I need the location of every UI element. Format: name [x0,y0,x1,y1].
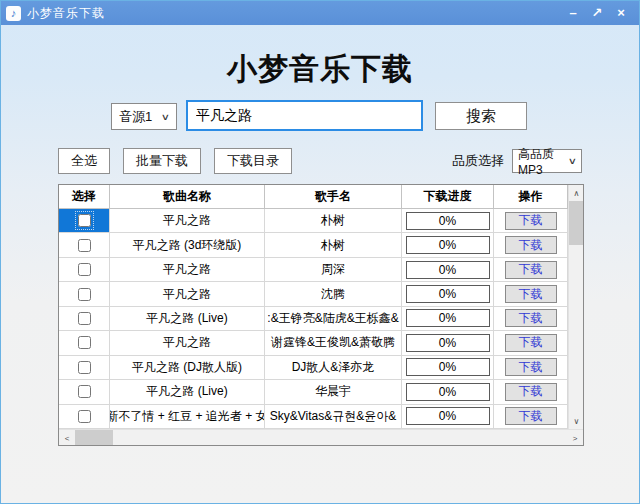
scroll-right-icon[interactable]: > [567,430,583,446]
artist-name-cell: DJ散人&泽亦龙 [265,356,402,380]
table-header: 选择 歌曲名称 歌手名 下载进度 操作 [59,185,568,209]
download-button[interactable]: 下载 [505,383,557,401]
song-name-cell: 平凡之路 (DJ散人版) [110,356,265,380]
app-window: ♪ 小梦音乐下载 – ↗ × 小梦音乐下载 音源1 ∨ 搜索 全选 批量下载 下… [0,0,640,504]
table-body: 平凡之路 朴树 0% 下载 平凡之路 (3d环绕版) 朴树 0% 下载 平凡之路… [59,209,568,429]
song-name-cell: 平凡之路 [110,282,265,306]
music-note-icon: ♪ [6,6,21,21]
download-button[interactable]: 下载 [505,212,557,230]
progress-cell: 0% [402,209,494,233]
artist-name-cell: 华晨宇 [265,380,402,404]
close-button[interactable]: × [611,3,631,23]
progress-value: 0% [406,212,490,230]
progress-cell: 0% [402,307,494,331]
table-row: 平凡之路 谢霆锋&王俊凯&萧敬腾 0% 下载 [59,331,568,355]
download-button[interactable]: 下载 [505,358,557,376]
row-checkbox[interactable] [78,288,91,301]
row-checkbox[interactable] [78,263,91,276]
progress-value: 0% [406,261,490,279]
download-button[interactable]: 下载 [505,236,557,254]
minimize-button[interactable]: – [563,3,583,23]
row-checkbox[interactable] [78,239,91,252]
progress-cell: 0% [402,282,494,306]
select-all-button[interactable]: 全选 [58,148,110,174]
search-row: 音源1 ∨ 搜索 [111,100,527,131]
select-cell[interactable] [59,356,110,380]
download-button[interactable]: 下载 [505,285,557,303]
chevron-down-icon: ∨ [161,112,170,122]
action-cell: 下载 [494,209,568,233]
search-input[interactable] [186,100,423,131]
select-cell[interactable] [59,380,110,404]
artist-name-cell: 谢霆锋&王俊凯&萧敬腾 [265,331,402,355]
scroll-left-icon[interactable]: < [59,430,75,446]
col-action: 操作 [494,185,568,209]
batch-download-button[interactable]: 批量下载 [123,148,201,174]
song-name-cell: 平凡之路 [110,209,265,233]
titlebar: ♪ 小梦音乐下载 – ↗ × [1,1,639,25]
window-controls: – ↗ × [563,3,639,23]
download-button[interactable]: 下载 [505,309,557,327]
vertical-scroll-thumb[interactable] [569,201,583,245]
quality-label: 品质选择 [452,152,504,170]
action-cell: 下载 [494,405,568,429]
action-cell: 下载 [494,356,568,380]
download-button[interactable]: 下载 [505,407,557,425]
action-cell: 下载 [494,307,568,331]
maximize-button[interactable]: ↗ [587,3,607,23]
select-cell[interactable] [59,405,110,429]
row-checkbox[interactable] [78,361,91,374]
artist-name-cell: :&王铮亮&陆虎&王栎鑫& [265,307,402,331]
horizontal-scrollbar[interactable]: < > [59,429,583,445]
artist-name-cell: 周深 [265,258,402,282]
source-select[interactable]: 音源1 ∨ [111,103,177,130]
progress-cell: 0% [402,331,494,355]
col-progress: 下载进度 [402,185,494,209]
table-row: 平凡之路 周深 0% 下载 [59,258,568,282]
quality-select-value: 高品质MP3 [518,146,569,177]
col-artist: 歌手名 [265,185,402,209]
select-cell[interactable] [59,307,110,331]
table-row: 平凡之路 (Live) :&王铮亮&陆虎&王栎鑫& 0% 下载 [59,307,568,331]
progress-cell: 0% [402,405,494,429]
song-table: 选择 歌曲名称 歌手名 下载进度 操作 平凡之路 朴树 0% 下载 平凡之路 (… [58,184,584,446]
table-row: 平凡之路 沈腾 0% 下载 [59,282,568,306]
select-cell[interactable] [59,282,110,306]
vertical-scrollbar[interactable]: ∧ ∨ [568,185,583,429]
song-name-cell: 平凡之路 (Live) [110,380,265,404]
progress-value: 0% [406,358,490,376]
search-button[interactable]: 搜索 [435,102,527,130]
select-cell[interactable] [59,209,110,233]
horizontal-scroll-thumb[interactable] [75,430,113,445]
row-checkbox[interactable] [78,312,91,325]
col-select: 选择 [59,185,110,209]
page-title: 小梦音乐下载 [1,49,639,90]
select-cell[interactable] [59,331,110,355]
select-cell[interactable] [59,233,110,257]
action-cell: 下载 [494,258,568,282]
select-cell[interactable] [59,258,110,282]
progress-value: 0% [406,309,490,327]
download-button[interactable]: 下载 [505,334,557,352]
quality-select[interactable]: 高品质MP3 ∨ [512,149,582,173]
scroll-down-icon[interactable]: ∨ [569,413,583,429]
artist-name-cell: 沈腾 [265,282,402,306]
song-name-cell: 平凡之路 (3d环绕版) [110,233,265,257]
table-row: 平凡之路 朴树 0% 下载 [59,209,568,233]
progress-cell: 0% [402,233,494,257]
song-name-cell: 平凡之路 (Live) [110,307,265,331]
progress-value: 0% [406,236,490,254]
row-checkbox[interactable] [78,385,91,398]
download-dir-button[interactable]: 下载目录 [214,148,292,174]
row-checkbox[interactable] [78,214,91,227]
song-name-cell: 新不了情 + 红豆 + 追光者 + 女 [110,405,265,429]
scroll-up-icon[interactable]: ∧ [569,185,583,201]
download-button[interactable]: 下载 [505,261,557,279]
chevron-down-icon: ∨ [568,156,577,166]
row-checkbox[interactable] [78,336,91,349]
table-row: 平凡之路 (3d环绕版) 朴树 0% 下载 [59,233,568,257]
table-row: 平凡之路 (Live) 华晨宇 0% 下载 [59,380,568,404]
progress-cell: 0% [402,258,494,282]
row-checkbox[interactable] [78,410,91,423]
progress-value: 0% [406,334,490,352]
